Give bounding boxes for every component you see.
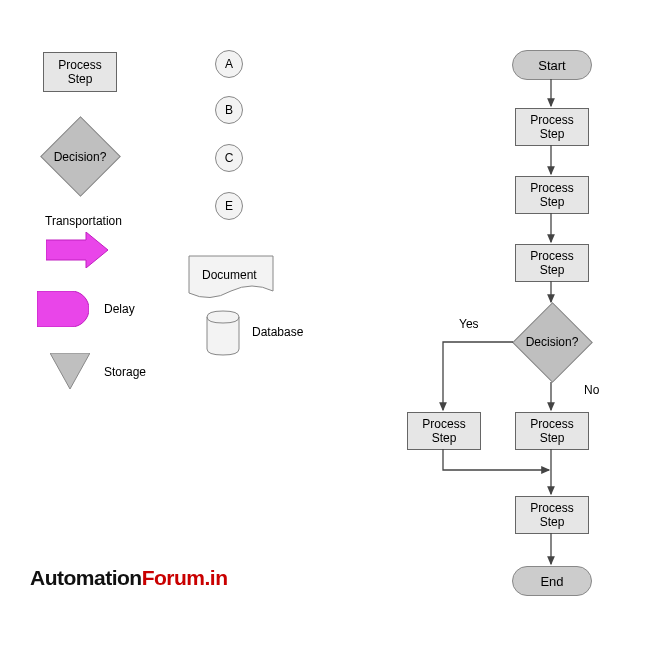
- flow-step-yes: Process Step: [407, 412, 481, 450]
- watermark: AutomationForum.in: [30, 566, 227, 590]
- flow-end-label: End: [540, 574, 563, 589]
- flow-step-1: Process Step: [515, 108, 589, 146]
- legend-process-step-label: Process Step: [58, 58, 101, 87]
- flow-start: Start: [512, 50, 592, 80]
- legend-document-label: Document: [202, 268, 257, 282]
- flow-step-3-label: Process Step: [530, 249, 573, 278]
- legend-connector-e-label: E: [225, 199, 233, 213]
- flow-yes-label: Yes: [459, 317, 479, 331]
- delay-shape-icon: [37, 291, 89, 327]
- legend-connector-b: B: [215, 96, 243, 124]
- legend-connector-c-label: C: [225, 151, 234, 165]
- legend-decision-diamond: [40, 116, 121, 197]
- legend-process-step: Process Step: [43, 52, 117, 92]
- legend-storage-label: Storage: [104, 365, 146, 379]
- flow-start-label: Start: [538, 58, 565, 73]
- legend-database-label: Database: [252, 325, 303, 339]
- flow-step-no: Process Step: [515, 412, 589, 450]
- legend-connector-c: C: [215, 144, 243, 172]
- legend-connector-a-label: A: [225, 57, 233, 71]
- flow-no-label: No: [584, 383, 599, 397]
- legend-transportation-label: Transportation: [45, 214, 122, 228]
- legend-connector-b-label: B: [225, 103, 233, 117]
- flow-step-yes-label: Process Step: [422, 417, 465, 446]
- database-cylinder-icon: [206, 310, 240, 356]
- legend-connector-a: A: [215, 50, 243, 78]
- flow-step-3: Process Step: [515, 244, 589, 282]
- transportation-arrow-icon: [46, 232, 108, 268]
- flow-step-1-label: Process Step: [530, 113, 573, 142]
- flow-step-2-label: Process Step: [530, 181, 573, 210]
- legend-delay-label: Delay: [104, 302, 135, 316]
- svg-marker-1: [50, 353, 90, 389]
- watermark-part1: Automation: [30, 566, 142, 589]
- legend-connector-e: E: [215, 192, 243, 220]
- flow-step-no-label: Process Step: [530, 417, 573, 446]
- flow-end: End: [512, 566, 592, 596]
- watermark-part2: Forum.in: [142, 566, 228, 589]
- storage-triangle-icon: [50, 353, 90, 389]
- flow-step-merge: Process Step: [515, 496, 589, 534]
- svg-marker-0: [46, 232, 108, 268]
- flow-step-2: Process Step: [515, 176, 589, 214]
- flow-step-merge-label: Process Step: [530, 501, 573, 530]
- flow-decision: [512, 302, 593, 383]
